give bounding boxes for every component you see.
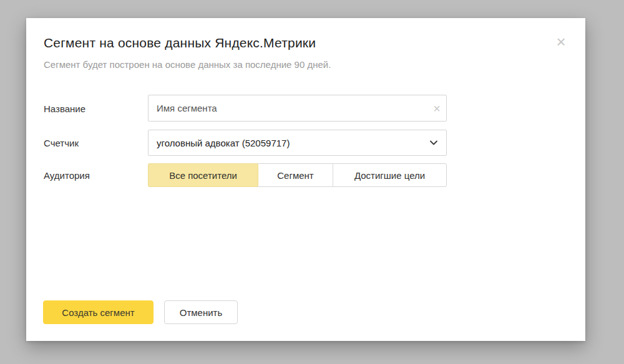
counter-field-row: Счетчик уголовный адвокат (52059717) <box>26 130 585 156</box>
create-segment-button[interactable]: Создать сегмент <box>43 300 154 324</box>
create-segment-dialog: Сегмент на основе данных Яндекс.Метрики … <box>26 18 585 341</box>
dialog-title: Сегмент на основе данных Яндекс.Метрики <box>44 36 316 50</box>
counter-select-value: уголовный адвокат (52059717) <box>157 138 290 148</box>
segment-option-segment[interactable]: Сегмент <box>258 164 333 186</box>
counter-select[interactable]: уголовный адвокат (52059717) <box>148 130 447 156</box>
segment-name-input[interactable] <box>148 95 447 122</box>
close-icon[interactable]: × <box>553 34 569 50</box>
name-field-row: Название × <box>26 95 585 122</box>
cancel-button[interactable]: Отменить <box>164 300 238 324</box>
name-field-label: Название <box>44 103 85 113</box>
clear-input-icon[interactable]: × <box>433 102 441 115</box>
dialog-subtitle: Сегмент будет построен на основе данных … <box>44 59 331 70</box>
counter-field-label: Счетчик <box>44 138 79 148</box>
audience-field-row: Аудитория Все посетители Сегмент Достигш… <box>26 163 585 187</box>
audience-segmented-control: Все посетители Сегмент Достигшие цели <box>148 163 447 187</box>
audience-field-label: Аудитория <box>44 170 90 181</box>
segment-option-all-visitors[interactable]: Все посетители <box>148 163 258 187</box>
chevron-down-icon <box>429 138 439 148</box>
segment-option-goals-reached[interactable]: Достигшие цели <box>333 164 446 186</box>
